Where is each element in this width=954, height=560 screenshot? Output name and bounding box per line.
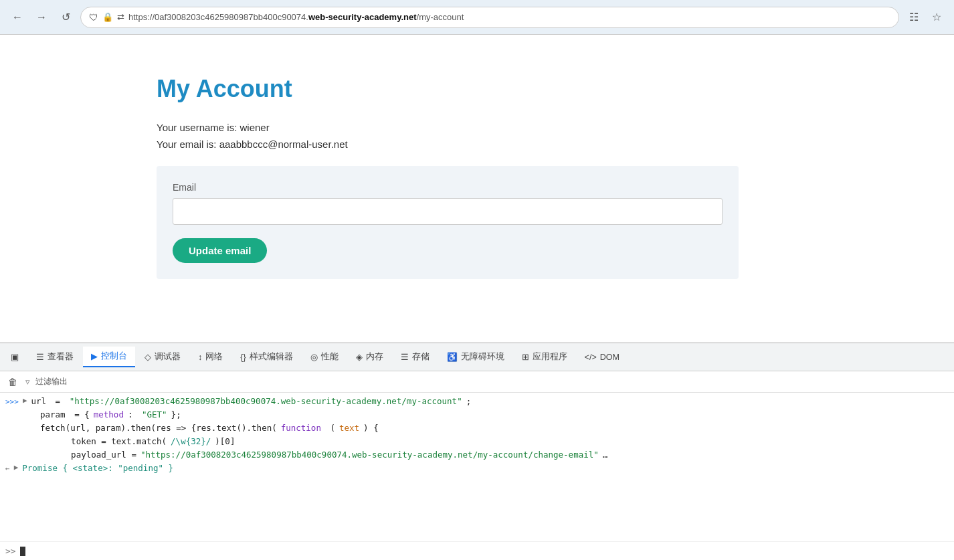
console-line-4: token = text.match( /\w{32}/ )[0] xyxy=(5,436,949,449)
network-icon: ↕ xyxy=(198,353,202,362)
page-title: My Account xyxy=(157,75,954,103)
email-info: Your email is: aaabbbccc@normal-user.net xyxy=(157,138,954,150)
console-line-5: payload_url = "https://0af3008203c462598… xyxy=(5,449,949,462)
storage-icon: ☰ xyxy=(401,352,409,362)
performance-icon: ◎ xyxy=(310,352,318,362)
console-line-promise: ← ▶ Promise { <state>: "pending" } xyxy=(5,462,949,476)
viewer-icon: ☰ xyxy=(36,352,44,362)
picker-icon: ▣ xyxy=(11,352,19,362)
email-input[interactable] xyxy=(173,198,723,225)
devtools-tab-application[interactable]: ⊞ 应用程序 xyxy=(514,347,575,367)
memory-icon: ◈ xyxy=(356,352,363,362)
devtools-tab-storage[interactable]: ☰ 存储 xyxy=(393,347,438,367)
devtools-tab-accessibility[interactable]: ♿ 无障碍环境 xyxy=(439,347,512,367)
console-line-3: fetch(url, param).then(res => {res.text(… xyxy=(5,422,949,436)
browser-chrome: ← → ↺ 🛡 🔒 ⇄ https://0af3008203c462598098… xyxy=(0,0,954,35)
devtools-tab-network[interactable]: ↕ 网络 xyxy=(190,347,231,367)
debugger-icon: ◇ xyxy=(145,352,151,362)
email-form: Email Update email xyxy=(157,166,739,279)
console-output: >>> ▶ url = "https://0af3008203c46259809… xyxy=(0,393,954,541)
url-display: https://0af3008203c4625980987bb400c90074… xyxy=(128,12,890,22)
bookmark-button[interactable]: ☆ xyxy=(927,8,946,27)
console-line-1: >>> ▶ url = "https://0af3008203c46259809… xyxy=(5,395,949,409)
devtools-tab-debugger[interactable]: ◇ 调试器 xyxy=(136,347,189,367)
browser-actions: ☷ ☆ xyxy=(904,8,946,27)
devtools-toolbar: 🗑 ▿ 过滤输出 xyxy=(0,371,954,393)
connection-icon: ⇄ xyxy=(117,12,124,22)
lock-icon: 🔒 xyxy=(102,12,113,22)
devtools-tab-style-editor[interactable]: {} 样式编辑器 xyxy=(232,347,300,367)
extensions-button[interactable]: ☷ xyxy=(904,8,923,27)
devtools-tab-viewer[interactable]: ☰ 查看器 xyxy=(28,347,82,367)
url-prefix: https://0af3008203c4625980987bb400c90074… xyxy=(128,12,308,22)
forward-button[interactable]: → xyxy=(32,8,51,27)
reload-button[interactable]: ↺ xyxy=(56,8,75,27)
filter-icon: ▿ xyxy=(25,377,30,387)
address-bar[interactable]: 🛡 🔒 ⇄ https://0af3008203c4625980987bb400… xyxy=(80,7,899,28)
application-icon: ⊞ xyxy=(522,352,529,362)
back-button[interactable]: ← xyxy=(8,8,27,27)
shield-icon: 🛡 xyxy=(89,12,98,23)
console-cursor[interactable] xyxy=(20,547,25,556)
update-email-button[interactable]: Update email xyxy=(173,238,267,263)
console-prompt: >> xyxy=(5,546,16,556)
filter-label: 过滤输出 xyxy=(35,376,68,387)
url-domain: web-security-academy.net xyxy=(308,12,417,22)
page-content: My Account Your username is: wiener Your… xyxy=(0,35,954,343)
promise-expand[interactable]: ▶ xyxy=(14,463,19,472)
username-info: Your username is: wiener xyxy=(157,122,954,133)
accessibility-icon: ♿ xyxy=(447,352,458,362)
devtools-panel: ▣ ☰ 查看器 ▶ 控制台 ◇ 调试器 ↕ 网络 {} 样式编辑器 ◎ 性能 ◈… xyxy=(0,343,954,560)
expand-arrow-1[interactable]: >>> xyxy=(5,397,19,406)
devtools-tab-console[interactable]: ▶ 控制台 xyxy=(83,347,135,367)
console-input-line: >> xyxy=(0,541,954,560)
devtools-tabs: ▣ ☰ 查看器 ▶ 控制台 ◇ 调试器 ↕ 网络 {} 样式编辑器 ◎ 性能 ◈… xyxy=(0,343,954,371)
devtools-tab-performance[interactable]: ◎ 性能 xyxy=(302,347,347,367)
console-icon: ▶ xyxy=(91,351,98,361)
clear-console-button[interactable]: 🗑 xyxy=(5,375,20,389)
email-field-label: Email xyxy=(173,182,723,193)
url-path: /my-account xyxy=(417,12,464,22)
style-editor-icon: {} xyxy=(240,353,246,362)
devtools-tab-dom[interactable]: </> DOM xyxy=(577,349,628,366)
back-arrow[interactable]: ← xyxy=(5,464,10,473)
devtools-tab-memory[interactable]: ◈ 内存 xyxy=(348,347,391,367)
expand-icon-1[interactable]: ▶ xyxy=(23,396,27,405)
devtools-tab-picker[interactable]: ▣ xyxy=(3,348,27,366)
dom-icon: </> xyxy=(585,353,597,362)
console-line-2: param = { method : "GET" }; xyxy=(5,409,949,422)
